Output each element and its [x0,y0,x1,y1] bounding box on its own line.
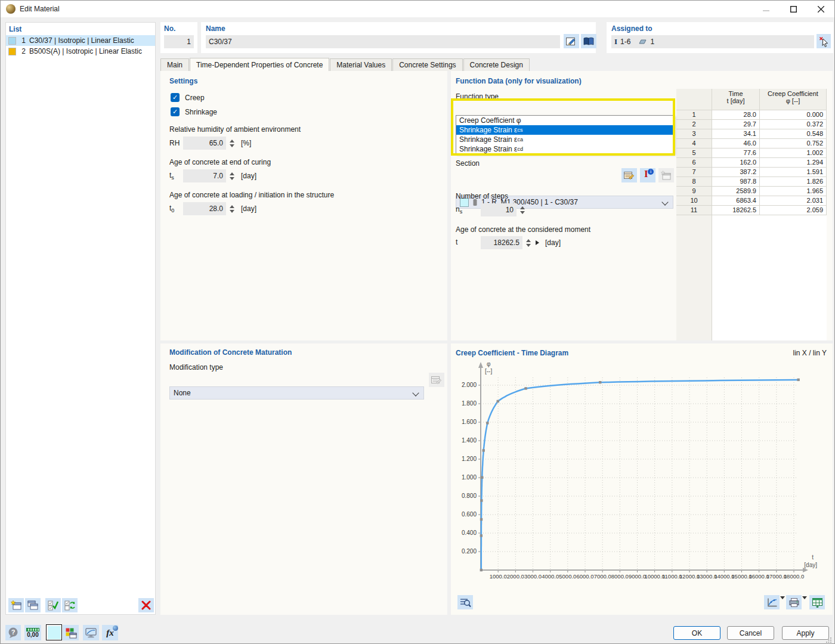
check-all-icon [47,600,59,611]
row-number-cell: 3 [676,129,712,139]
display-properties-button[interactable] [63,625,79,640]
table-row[interactable]: 9 2589.9 1.965 [676,187,827,196]
window-title: Edit Material [20,5,60,13]
close-button[interactable] [807,1,834,17]
modification-type-combo[interactable]: None [169,386,424,400]
svg-text:1.200: 1.200 [462,456,477,462]
checkbox-label: Creep [185,94,205,102]
checkbox[interactable]: ✓ [171,93,180,102]
tab[interactable]: Main [160,58,189,71]
assigned-members: 1-6 [620,38,630,46]
dropdown-option[interactable]: Shrinkage Strain εcd [456,144,674,154]
chevron-down-icon [661,199,668,205]
table-row[interactable]: 1 28.0 0.000 [676,110,827,120]
steps-group-label: Number of steps [456,192,508,200]
material-library-button[interactable] [581,34,596,48]
rh-unit: [%] [241,139,251,147]
svg-text:5000.0: 5000.0 [559,573,576,580]
table-row[interactable]: 3 34.1 0.548 [676,129,827,139]
section-dialog-button[interactable] [621,168,637,182]
name-field[interactable]: C30/37 [206,35,560,48]
table-row[interactable]: 11 18262.5 2.059 [676,206,827,215]
table-row[interactable]: 4 46.0 0.752 [676,139,827,148]
t0-spinner[interactable] [228,205,236,213]
new-section-button[interactable] [658,168,674,182]
age-row: t 18262.5 [day] [456,236,561,249]
chart-settings-dropdown[interactable] [780,599,785,608]
function-data-panel: Function Data (only for visualization) F… [451,71,833,340]
dropdown-option[interactable]: Shrinkage Strain εcs [456,125,674,135]
select-objects-button[interactable] [817,34,831,48]
ok-button[interactable]: OK [673,626,720,640]
no-label: No. [160,22,197,33]
dropdown-option[interactable]: Creep Coefficient φ [456,116,674,125]
material-label: B500S(A) | Isotropic | Linear Elastic [29,47,142,55]
tab[interactable]: Concrete Design [463,58,530,71]
table-row[interactable]: 2 29.7 0.372 [676,120,827,129]
resize-grip[interactable] [826,636,832,644]
print-dropdown[interactable] [802,599,807,608]
new-material-button[interactable] [8,598,24,612]
svg-text:[--]: [--] [485,368,492,374]
table-row[interactable]: 10 6863.4 2.031 [676,196,827,206]
modification-type-label: Modification type [169,363,223,371]
surface-icon [638,39,647,45]
tab[interactable]: Time-Dependent Properties of Concrete [190,58,329,71]
list-item[interactable]: 1 C30/37 | Isotropic | Linear Elastic [6,35,155,46]
edit-modification-button[interactable] [429,373,444,387]
checkbox[interactable]: ✓ [171,107,180,116]
cancel-button[interactable]: Cancel [727,626,774,640]
units-settings-button[interactable]: 0,00 [24,625,41,640]
new-window-icon [660,171,672,181]
apply-button[interactable]: Apply [782,626,829,640]
maximize-button[interactable] [780,1,807,17]
ns-input[interactable]: 10 [481,203,517,216]
material-color-button[interactable] [46,624,62,640]
svg-text:3000.0: 3000.0 [524,573,542,580]
minimize-button[interactable] [752,1,780,17]
rendering-button[interactable] [83,625,99,640]
table-header-row: Timet [day] Creep Coefficientφ [--] [676,89,827,110]
t-spinner[interactable] [525,239,532,247]
table-row[interactable]: 6 162.0 1.294 [676,158,827,168]
creep-cell: 1.591 [760,168,827,177]
play-step-icon[interactable] [536,240,539,245]
assigned-card: Assigned to I 1-6 1 [607,22,833,53]
functions-button[interactable]: fx [102,625,118,640]
ns-spinner[interactable] [519,206,526,214]
help-button[interactable]: ? [5,625,21,640]
chart-title: Creep Coefficient - Time Diagram [456,349,568,357]
export-excel-button[interactable] [809,595,825,609]
app-icon [6,4,16,14]
ts-spinner[interactable] [228,172,236,180]
chart-zoom-button[interactable] [457,595,473,609]
table-row[interactable]: 8 987.8 1.826 [676,177,827,187]
invert-selection-button[interactable] [62,598,78,612]
t0-row: t0 28.0 [day] [169,202,256,215]
rh-input[interactable]: 65.0 [183,137,226,150]
table-row[interactable]: 7 387.2 1.591 [676,168,827,177]
table-row[interactable]: 5 77.6 1.002 [676,148,827,158]
rename-material-button[interactable] [564,34,579,48]
checkbox-row: ✓ Shrinkage [171,107,447,117]
tab[interactable]: Material Values [330,58,392,71]
tab[interactable]: Concrete Settings [392,58,462,71]
time-cell: 387.2 [712,168,760,177]
ts-input[interactable]: 7.0 [183,169,226,182]
select-all-button[interactable] [45,598,61,612]
copy-material-button[interactable] [25,598,41,612]
creep-cell: 2.059 [760,206,827,215]
list-item[interactable]: 2 B500S(A) | Isotropic | Linear Elastic [6,46,155,57]
svg-text:2.000: 2.000 [462,382,477,388]
time-header-cell: Timet [day] [712,89,760,110]
new-window-icon [10,600,22,611]
t-input[interactable]: 18262.5 [481,236,522,249]
palette-window-icon [65,627,77,639]
print-chart-button[interactable] [786,595,802,609]
section-info-button[interactable]: I i [640,168,655,182]
chart-settings-button[interactable] [764,595,780,609]
dropdown-option[interactable]: Shrinkage Strain εca [456,135,674,144]
rh-spinner[interactable] [228,140,236,147]
delete-material-button[interactable] [138,598,154,612]
t0-input[interactable]: 28.0 [183,202,226,215]
